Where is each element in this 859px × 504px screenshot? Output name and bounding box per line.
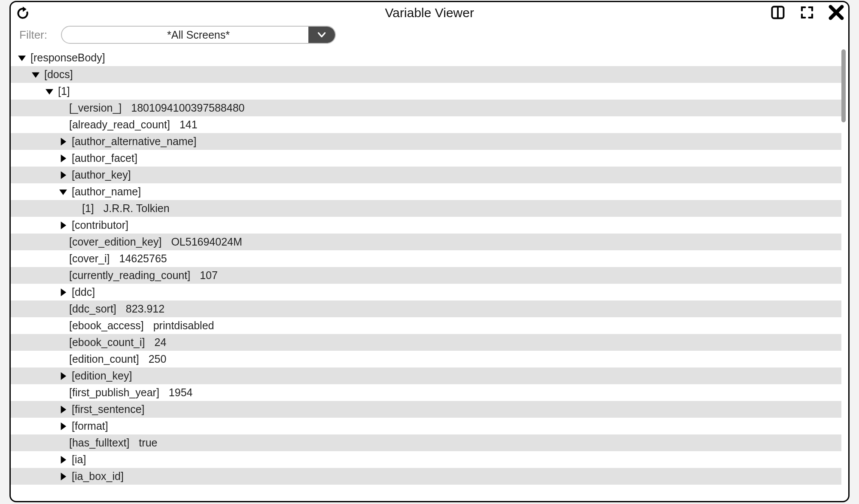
tree-value: 141 (180, 118, 198, 131)
tree-row[interactable]: [already_read_count]141 (11, 116, 841, 133)
triangle-down-icon (59, 188, 67, 196)
window-header: Variable Viewer (11, 2, 848, 24)
collapse-toggle[interactable] (59, 188, 67, 196)
tree-row[interactable]: [first_sentence] (11, 401, 841, 418)
tree-key: [responseBody] (30, 52, 105, 64)
expand-toggle[interactable] (59, 288, 67, 296)
triangle-down-icon (46, 88, 53, 95)
triangle-right-icon (59, 288, 67, 296)
tree-row[interactable]: [author_name] (11, 183, 841, 200)
tree-key: [first_publish_year] (69, 386, 159, 399)
tree-key: [has_fulltext] (69, 437, 129, 449)
filter-value: *All Screens* (167, 29, 230, 41)
expand-toggle[interactable] (59, 473, 67, 480)
tree-key: [ddc] (72, 286, 95, 298)
tree-key: [ia_box_id] (72, 470, 124, 483)
tree-key: [cover_i] (69, 252, 110, 265)
tree-row[interactable]: [edition_key] (11, 367, 841, 384)
tree-row[interactable]: [cover_i]14625765 (11, 250, 841, 267)
tree-row[interactable]: [ia] (11, 451, 841, 468)
tree-key: [ia] (72, 453, 86, 466)
tree-value: OL51694024M (171, 236, 242, 248)
tree-value: 14625765 (119, 252, 167, 265)
collapse-toggle[interactable] (31, 71, 40, 79)
tree-key: [ddc_sort] (69, 303, 116, 315)
tree-key: [author_alternative_name] (72, 135, 196, 148)
triangle-right-icon (59, 422, 67, 430)
expand-toggle[interactable] (59, 456, 67, 464)
tree-value: 1801094100397588480 (131, 102, 244, 114)
header-actions (768, 3, 846, 22)
triangle-right-icon (59, 155, 67, 162)
triangle-right-icon (59, 138, 67, 146)
tree-row[interactable]: [ddc_sort]823.912 (11, 301, 841, 317)
tree-row[interactable]: [has_fulltext]true (11, 434, 841, 451)
triangle-right-icon (59, 171, 67, 179)
tree-row[interactable]: [ebook_access]printdisabled (11, 317, 841, 334)
tree-row[interactable]: [first_publish_year]1954 (11, 384, 841, 401)
collapse-toggle[interactable] (18, 54, 26, 62)
tree-key: [author_facet] (72, 152, 137, 164)
tree-value: 107 (200, 269, 218, 282)
fullscreen-button[interactable] (798, 3, 816, 22)
tree-key: [edition_count] (69, 353, 139, 365)
expand-toggle[interactable] (59, 155, 67, 162)
tree-row[interactable]: [format] (11, 418, 841, 434)
tree-row[interactable]: [currently_reading_count]107 (11, 267, 841, 284)
tree-key: [1] (82, 202, 94, 215)
triangle-right-icon (59, 456, 67, 464)
filter-dropdown[interactable]: *All Screens* (61, 26, 336, 44)
expand-toggle[interactable] (59, 406, 67, 413)
window-title: Variable Viewer (11, 6, 848, 20)
triangle-right-icon (59, 473, 67, 480)
tree-row[interactable]: [1] (11, 83, 841, 100)
tree-row[interactable]: [_version_]1801094100397588480 (11, 100, 841, 116)
tree-value: printdisabled (153, 319, 214, 332)
expand-toggle[interactable] (59, 138, 67, 146)
expand-icon (799, 5, 815, 20)
tree-key: [currently_reading_count] (69, 269, 190, 282)
tree-key: [1] (58, 85, 70, 97)
tree-value: 823.912 (126, 303, 164, 315)
tree-row[interactable]: [author_key] (11, 167, 841, 183)
tree-row[interactable]: [author_alternative_name] (11, 133, 841, 150)
expand-toggle[interactable] (59, 372, 67, 380)
tree-row[interactable]: [ddc] (11, 284, 841, 301)
tree-key: [ebook_count_i] (69, 336, 145, 349)
tree-key: [_version_] (69, 102, 122, 114)
filter-dropdown-toggle[interactable] (308, 27, 335, 43)
expand-toggle[interactable] (59, 222, 67, 229)
triangle-down-icon (32, 71, 40, 79)
collapse-toggle[interactable] (45, 88, 54, 95)
variable-tree: [responseBody][docs][1][_version_]180109… (11, 49, 841, 501)
expand-toggle[interactable] (59, 422, 67, 430)
tree-row[interactable]: [ia_box_id] (11, 468, 841, 485)
triangle-right-icon (59, 406, 67, 413)
scrollbar-thumb[interactable] (841, 49, 846, 122)
tree-row[interactable]: [contributor] (11, 217, 841, 234)
tree-key: [already_read_count] (69, 118, 170, 131)
triangle-right-icon (59, 222, 67, 229)
close-icon (828, 4, 845, 21)
expand-toggle[interactable] (59, 171, 67, 179)
tree-row[interactable]: [edition_count]250 (11, 351, 841, 367)
split-view-button[interactable] (768, 3, 787, 22)
tree-container: [responseBody][docs][1][_version_]180109… (11, 49, 848, 501)
tree-row[interactable]: [responseBody] (11, 49, 841, 66)
tree-row[interactable]: [ebook_count_i]24 (11, 334, 841, 351)
tree-row[interactable]: [cover_edition_key]OL51694024M (11, 234, 841, 250)
filter-label: Filter: (19, 28, 47, 42)
tree-row[interactable]: [author_facet] (11, 150, 841, 167)
tree-value: J.R.R. Tolkien (104, 202, 170, 215)
tree-key: [first_sentence] (72, 403, 145, 416)
tree-value: true (139, 437, 157, 449)
tree-key: [docs] (44, 68, 73, 81)
variable-viewer-window: Variable Viewer Filter: (9, 1, 850, 502)
tree-key: [contributor] (72, 219, 128, 231)
tree-row[interactable]: [1]J.R.R. Tolkien (11, 200, 841, 217)
chevron-down-icon (316, 29, 327, 40)
tree-row[interactable]: [docs] (11, 66, 841, 83)
tree-key: [edition_key] (72, 370, 132, 382)
close-button[interactable] (827, 3, 846, 22)
tree-key: [author_key] (72, 169, 131, 181)
